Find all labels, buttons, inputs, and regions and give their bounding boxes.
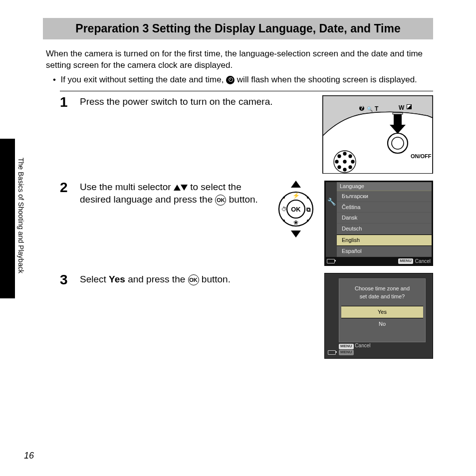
section-label: The Basics of Shooting and Playback — [17, 158, 25, 273]
svg-point-11 — [338, 155, 341, 158]
confirm-msg-line1: Choose time zone and — [343, 285, 421, 293]
step-3-bold: Yes — [109, 274, 125, 284]
svg-text:⧉: ⧉ — [306, 206, 311, 213]
clock-icon — [226, 76, 235, 84]
lang-option: Български — [337, 191, 432, 202]
menu-badge: MENU — [398, 258, 413, 264]
svg-point-6 — [343, 160, 346, 163]
lcd-title: Language — [337, 182, 432, 191]
step-1-text: Press the power switch to turn on the ca… — [80, 95, 314, 108]
triangle-up-icon — [174, 185, 181, 191]
svg-point-32 — [283, 220, 285, 222]
svg-rect-2 — [394, 114, 402, 125]
svg-marker-22 — [291, 181, 301, 188]
step-2-pre: Use the multi selector — [80, 182, 174, 192]
step-number: 3 — [60, 273, 72, 359]
svg-point-31 — [307, 197, 309, 199]
svg-point-12 — [349, 155, 352, 158]
bullet-text-post: will flash when the shooting screen is d… — [235, 75, 417, 84]
intro-paragraph: When the camera is turned on for the fir… — [46, 48, 433, 71]
onoff-label: ON/OFF — [411, 153, 432, 159]
camera-power-illustration: ? 🔍 T W ON/OFF — [322, 95, 433, 174]
step-3-pre: Select — [80, 274, 109, 284]
svg-text:❀: ❀ — [293, 219, 298, 226]
lang-option-selected: English — [337, 235, 432, 246]
step-3-mid: and press the — [125, 274, 188, 284]
bullet-text-pre: If you exit without setting the date and… — [60, 75, 226, 84]
svg-point-9 — [335, 160, 338, 163]
svg-point-8 — [343, 168, 346, 171]
ok-icon: OK — [188, 274, 199, 285]
section-tab — [0, 139, 15, 298]
confirm-yes: Yes — [341, 306, 423, 318]
wrench-icon: 🔧 — [327, 197, 336, 207]
svg-point-30 — [283, 197, 285, 199]
confirm-no: No — [339, 318, 425, 330]
step-number: 2 — [60, 181, 72, 266]
confirm-msg-line2: set date and time? — [343, 293, 421, 301]
menu-badge-dim: MENU — [339, 350, 354, 355]
cancel-label: Cancel — [355, 343, 370, 348]
divider — [60, 91, 433, 91]
step-3-post: button. — [199, 274, 231, 284]
page-number: 16 — [24, 451, 34, 461]
svg-text:W: W — [399, 104, 405, 111]
svg-text:⏱: ⏱ — [281, 206, 287, 212]
svg-rect-4 — [393, 113, 403, 114]
multi-selector-illustration: OK ⚡ ❀ ⏱ ⧉ — [275, 181, 316, 238]
step-number: 1 — [60, 95, 72, 174]
menu-badge: MENU — [339, 344, 354, 349]
step-2-text: Use the multi selector to select the des… — [80, 181, 267, 206]
svg-point-1 — [392, 137, 404, 149]
step-1: 1 Press the power switch to turn on the … — [60, 95, 433, 174]
svg-point-33 — [307, 220, 309, 222]
ok-icon: OK — [215, 195, 226, 206]
ok-center-icon: OK — [291, 206, 301, 213]
svg-point-7 — [343, 152, 346, 155]
timezone-confirm-screen: Choose time zone and set date and time? … — [324, 273, 433, 359]
triangle-down-icon — [181, 185, 188, 191]
lang-option: Čeština — [337, 202, 432, 213]
battery-icon — [327, 259, 335, 263]
cancel-label: Cancel — [415, 258, 431, 265]
svg-text:⚡: ⚡ — [292, 192, 300, 199]
svg-text:?: ? — [360, 105, 363, 111]
intro-bullet: • If you exit without setting the date a… — [53, 74, 433, 86]
svg-point-10 — [351, 160, 354, 163]
step-3: 3 Select Yes and press the OK button. Ch… — [60, 273, 433, 359]
language-screen: 🔧 Language Български Čeština Dansk Deuts… — [324, 181, 433, 266]
svg-point-14 — [349, 166, 352, 169]
step-3-text: Select Yes and press the OK button. — [80, 273, 316, 286]
battery-icon — [328, 350, 336, 355]
step-2: 2 Use the multi selector to select the d… — [60, 181, 433, 266]
lang-option: Deutsch — [337, 224, 432, 235]
lang-option: Español — [337, 246, 432, 257]
svg-text:🔍: 🔍 — [367, 106, 373, 112]
lang-option: Dansk — [337, 213, 432, 224]
svg-point-13 — [338, 166, 341, 169]
svg-marker-23 — [291, 231, 301, 238]
page-title: Preparation 3 Setting the Display Langua… — [43, 18, 433, 39]
svg-text:T: T — [375, 105, 379, 112]
step-2-post: button. — [226, 194, 257, 205]
